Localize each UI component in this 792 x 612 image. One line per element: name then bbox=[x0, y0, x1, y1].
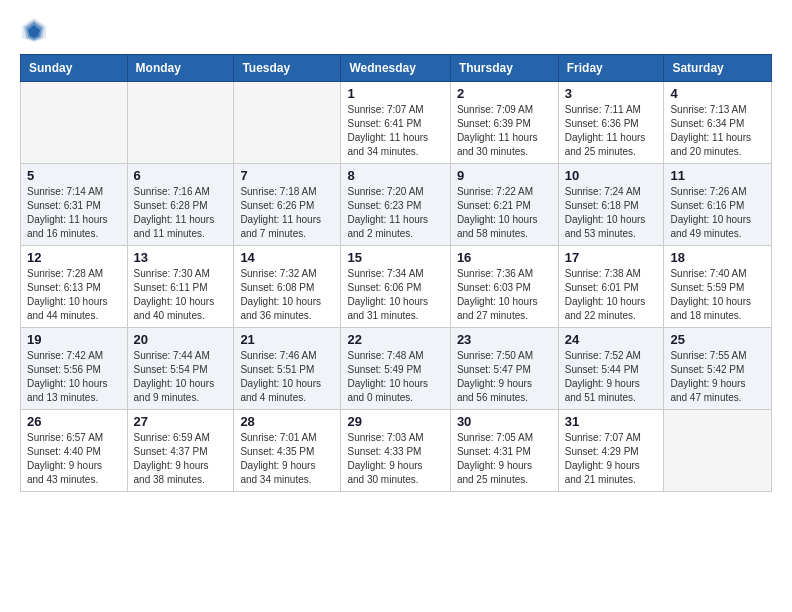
day-info: Sunrise: 7:11 AM Sunset: 6:36 PM Dayligh… bbox=[565, 103, 658, 159]
day-number: 27 bbox=[134, 414, 228, 429]
calendar-cell: 19Sunrise: 7:42 AM Sunset: 5:56 PM Dayli… bbox=[21, 328, 128, 410]
calendar-cell: 22Sunrise: 7:48 AM Sunset: 5:49 PM Dayli… bbox=[341, 328, 450, 410]
calendar-cell: 7Sunrise: 7:18 AM Sunset: 6:26 PM Daylig… bbox=[234, 164, 341, 246]
day-number: 19 bbox=[27, 332, 121, 347]
day-info: Sunrise: 7:18 AM Sunset: 6:26 PM Dayligh… bbox=[240, 185, 334, 241]
day-number: 20 bbox=[134, 332, 228, 347]
calendar-cell: 4Sunrise: 7:13 AM Sunset: 6:34 PM Daylig… bbox=[664, 82, 772, 164]
weekday-header: Tuesday bbox=[234, 55, 341, 82]
day-number: 23 bbox=[457, 332, 552, 347]
calendar-cell: 2Sunrise: 7:09 AM Sunset: 6:39 PM Daylig… bbox=[450, 82, 558, 164]
calendar-cell: 10Sunrise: 7:24 AM Sunset: 6:18 PM Dayli… bbox=[558, 164, 664, 246]
calendar-cell: 9Sunrise: 7:22 AM Sunset: 6:21 PM Daylig… bbox=[450, 164, 558, 246]
day-number: 6 bbox=[134, 168, 228, 183]
day-info: Sunrise: 7:05 AM Sunset: 4:31 PM Dayligh… bbox=[457, 431, 552, 487]
weekday-header: Thursday bbox=[450, 55, 558, 82]
calendar-cell: 31Sunrise: 7:07 AM Sunset: 4:29 PM Dayli… bbox=[558, 410, 664, 492]
calendar-cell: 17Sunrise: 7:38 AM Sunset: 6:01 PM Dayli… bbox=[558, 246, 664, 328]
calendar-week-row: 1Sunrise: 7:07 AM Sunset: 6:41 PM Daylig… bbox=[21, 82, 772, 164]
day-number: 25 bbox=[670, 332, 765, 347]
calendar-cell: 23Sunrise: 7:50 AM Sunset: 5:47 PM Dayli… bbox=[450, 328, 558, 410]
day-number: 17 bbox=[565, 250, 658, 265]
calendar-week-row: 5Sunrise: 7:14 AM Sunset: 6:31 PM Daylig… bbox=[21, 164, 772, 246]
day-number: 29 bbox=[347, 414, 443, 429]
day-info: Sunrise: 7:16 AM Sunset: 6:28 PM Dayligh… bbox=[134, 185, 228, 241]
day-info: Sunrise: 7:44 AM Sunset: 5:54 PM Dayligh… bbox=[134, 349, 228, 405]
day-number: 7 bbox=[240, 168, 334, 183]
day-number: 21 bbox=[240, 332, 334, 347]
day-number: 26 bbox=[27, 414, 121, 429]
day-number: 18 bbox=[670, 250, 765, 265]
calendar-cell: 16Sunrise: 7:36 AM Sunset: 6:03 PM Dayli… bbox=[450, 246, 558, 328]
day-number: 16 bbox=[457, 250, 552, 265]
day-info: Sunrise: 7:03 AM Sunset: 4:33 PM Dayligh… bbox=[347, 431, 443, 487]
day-number: 13 bbox=[134, 250, 228, 265]
day-info: Sunrise: 7:34 AM Sunset: 6:06 PM Dayligh… bbox=[347, 267, 443, 323]
calendar-cell: 20Sunrise: 7:44 AM Sunset: 5:54 PM Dayli… bbox=[127, 328, 234, 410]
calendar-cell: 24Sunrise: 7:52 AM Sunset: 5:44 PM Dayli… bbox=[558, 328, 664, 410]
weekday-header: Monday bbox=[127, 55, 234, 82]
day-info: Sunrise: 7:13 AM Sunset: 6:34 PM Dayligh… bbox=[670, 103, 765, 159]
calendar-cell: 18Sunrise: 7:40 AM Sunset: 5:59 PM Dayli… bbox=[664, 246, 772, 328]
day-info: Sunrise: 7:30 AM Sunset: 6:11 PM Dayligh… bbox=[134, 267, 228, 323]
day-info: Sunrise: 7:46 AM Sunset: 5:51 PM Dayligh… bbox=[240, 349, 334, 405]
day-info: Sunrise: 7:09 AM Sunset: 6:39 PM Dayligh… bbox=[457, 103, 552, 159]
calendar-cell: 5Sunrise: 7:14 AM Sunset: 6:31 PM Daylig… bbox=[21, 164, 128, 246]
day-info: Sunrise: 7:22 AM Sunset: 6:21 PM Dayligh… bbox=[457, 185, 552, 241]
calendar-cell: 3Sunrise: 7:11 AM Sunset: 6:36 PM Daylig… bbox=[558, 82, 664, 164]
weekday-header: Saturday bbox=[664, 55, 772, 82]
calendar-cell bbox=[21, 82, 128, 164]
day-number: 2 bbox=[457, 86, 552, 101]
calendar-cell: 6Sunrise: 7:16 AM Sunset: 6:28 PM Daylig… bbox=[127, 164, 234, 246]
day-number: 31 bbox=[565, 414, 658, 429]
calendar-week-row: 26Sunrise: 6:57 AM Sunset: 4:40 PM Dayli… bbox=[21, 410, 772, 492]
day-info: Sunrise: 7:36 AM Sunset: 6:03 PM Dayligh… bbox=[457, 267, 552, 323]
day-number: 22 bbox=[347, 332, 443, 347]
calendar-week-row: 12Sunrise: 7:28 AM Sunset: 6:13 PM Dayli… bbox=[21, 246, 772, 328]
day-number: 15 bbox=[347, 250, 443, 265]
day-number: 30 bbox=[457, 414, 552, 429]
calendar-cell: 30Sunrise: 7:05 AM Sunset: 4:31 PM Dayli… bbox=[450, 410, 558, 492]
calendar-cell: 15Sunrise: 7:34 AM Sunset: 6:06 PM Dayli… bbox=[341, 246, 450, 328]
calendar-cell: 8Sunrise: 7:20 AM Sunset: 6:23 PM Daylig… bbox=[341, 164, 450, 246]
day-number: 3 bbox=[565, 86, 658, 101]
day-number: 28 bbox=[240, 414, 334, 429]
calendar-cell bbox=[127, 82, 234, 164]
day-number: 5 bbox=[27, 168, 121, 183]
calendar-cell: 1Sunrise: 7:07 AM Sunset: 6:41 PM Daylig… bbox=[341, 82, 450, 164]
calendar-cell: 12Sunrise: 7:28 AM Sunset: 6:13 PM Dayli… bbox=[21, 246, 128, 328]
day-number: 12 bbox=[27, 250, 121, 265]
logo-icon bbox=[20, 16, 48, 44]
weekday-header: Friday bbox=[558, 55, 664, 82]
page-container: SundayMondayTuesdayWednesdayThursdayFrid… bbox=[0, 0, 792, 508]
day-info: Sunrise: 6:57 AM Sunset: 4:40 PM Dayligh… bbox=[27, 431, 121, 487]
weekday-header-row: SundayMondayTuesdayWednesdayThursdayFrid… bbox=[21, 55, 772, 82]
day-info: Sunrise: 7:38 AM Sunset: 6:01 PM Dayligh… bbox=[565, 267, 658, 323]
day-number: 14 bbox=[240, 250, 334, 265]
day-number: 4 bbox=[670, 86, 765, 101]
day-info: Sunrise: 7:42 AM Sunset: 5:56 PM Dayligh… bbox=[27, 349, 121, 405]
calendar-cell: 21Sunrise: 7:46 AM Sunset: 5:51 PM Dayli… bbox=[234, 328, 341, 410]
day-info: Sunrise: 7:40 AM Sunset: 5:59 PM Dayligh… bbox=[670, 267, 765, 323]
day-info: Sunrise: 7:26 AM Sunset: 6:16 PM Dayligh… bbox=[670, 185, 765, 241]
day-info: Sunrise: 7:28 AM Sunset: 6:13 PM Dayligh… bbox=[27, 267, 121, 323]
day-info: Sunrise: 7:32 AM Sunset: 6:08 PM Dayligh… bbox=[240, 267, 334, 323]
day-number: 24 bbox=[565, 332, 658, 347]
calendar-cell: 11Sunrise: 7:26 AM Sunset: 6:16 PM Dayli… bbox=[664, 164, 772, 246]
day-info: Sunrise: 7:07 AM Sunset: 4:29 PM Dayligh… bbox=[565, 431, 658, 487]
day-number: 10 bbox=[565, 168, 658, 183]
calendar-cell: 14Sunrise: 7:32 AM Sunset: 6:08 PM Dayli… bbox=[234, 246, 341, 328]
calendar: SundayMondayTuesdayWednesdayThursdayFrid… bbox=[20, 54, 772, 492]
day-info: Sunrise: 7:20 AM Sunset: 6:23 PM Dayligh… bbox=[347, 185, 443, 241]
day-info: Sunrise: 7:48 AM Sunset: 5:49 PM Dayligh… bbox=[347, 349, 443, 405]
day-info: Sunrise: 7:14 AM Sunset: 6:31 PM Dayligh… bbox=[27, 185, 121, 241]
logo bbox=[20, 16, 52, 44]
day-number: 11 bbox=[670, 168, 765, 183]
day-info: Sunrise: 7:07 AM Sunset: 6:41 PM Dayligh… bbox=[347, 103, 443, 159]
day-info: Sunrise: 7:01 AM Sunset: 4:35 PM Dayligh… bbox=[240, 431, 334, 487]
calendar-cell bbox=[664, 410, 772, 492]
calendar-cell: 26Sunrise: 6:57 AM Sunset: 4:40 PM Dayli… bbox=[21, 410, 128, 492]
weekday-header: Wednesday bbox=[341, 55, 450, 82]
day-number: 9 bbox=[457, 168, 552, 183]
calendar-cell: 28Sunrise: 7:01 AM Sunset: 4:35 PM Dayli… bbox=[234, 410, 341, 492]
